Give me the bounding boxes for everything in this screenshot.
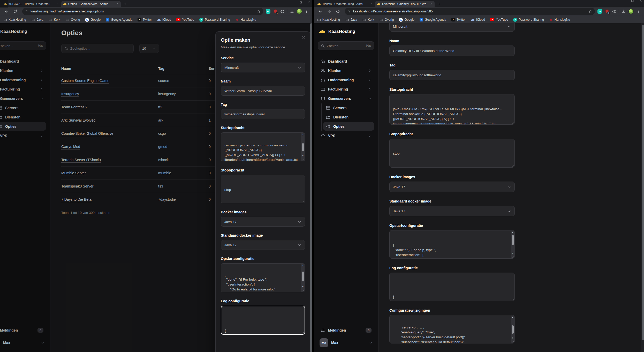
bookmark-folder-java[interactable]: Java [31,18,43,22]
naam-input[interactable]: Calamity RPG III : Wounds of the World [389,46,515,56]
textarea-scrollbar[interactable]: ▲▼ [301,133,305,161]
tab-close-icon[interactable] [56,2,59,6]
tag-input[interactable]: witherstormairshipsurvival [221,109,305,119]
new-tab-button[interactable] [436,1,442,6]
bookmark-folder-kaashosting[interactable]: KaasHosting [3,18,26,22]
browser-menu-icon[interactable] [305,9,309,13]
tab-opties-active[interactable]: Opties · Gameservers · Admin · [61,1,121,7]
maximize-button[interactable] [299,1,302,4]
opstartconfiguratie-textarea[interactable]: { "done": ")! For help, type ", "userInt… [389,230,515,259]
tab-close-icon[interactable] [429,2,433,6]
standaard-docker-select[interactable]: Java 17 [221,240,305,250]
stopopdracht-textarea[interactable]: stop [389,139,515,168]
tag-input[interactable]: calamityrpgiiiwoundsoftheworld [389,70,515,80]
browser-menu-icon[interactable] [636,9,640,13]
bookmark-folder-kerk[interactable]: Kerk [362,18,374,22]
resize-grip-icon[interactable] [511,164,514,167]
bookmark-hartslagnu[interactable]: HartslagNu [235,18,256,22]
textarea-scrollbar[interactable]: ▲▼ [511,316,514,343]
resize-grip-icon[interactable] [511,255,514,258]
docker-images-select[interactable]: Java 17 [389,182,515,192]
bookmark-folder-overig[interactable]: Overig [379,18,394,22]
maximize-button[interactable] [631,0,634,3]
bookmark-hartslagnu[interactable]: HartslagNu [549,18,570,22]
naam-input[interactable]: Wither Storm - Airship Survival [221,86,305,96]
bookmark-folder-kerk[interactable]: Kerk [48,18,60,22]
password-extension-icon[interactable] [597,9,602,14]
textarea-scrollbar[interactable]: ▲▼ [511,231,514,258]
bookmark-google-agenda[interactable]: 1Google Agenda [420,18,446,21]
resize-grip-icon[interactable] [511,121,514,124]
bookmark-folder-overig[interactable]: Overig [65,18,80,22]
extensions-puzzle-icon[interactable] [612,9,616,13]
close-window-button[interactable] [639,0,642,3]
log-configuratie-textarea-focused[interactable]: { "custom": false, "location": "logs/lat… [221,306,305,335]
url-text[interactable]: kaashosting.nl/admin/gameservers/setting… [353,10,586,13]
sidebar-item-facturering[interactable]: Facturering [318,85,374,93]
service-select[interactable]: Minecraft [221,63,305,72]
bookmark-password-sharing[interactable]: Password Sharing [199,18,230,22]
new-tab-button[interactable] [122,1,128,6]
sidebar-item-dashboard[interactable]: Dashboard [318,57,374,65]
site-settings-icon[interactable] [347,10,351,13]
resize-grip-icon[interactable] [301,331,304,334]
user-menu[interactable]: Ma Max [318,337,374,348]
modal-close-button[interactable] [301,35,306,40]
opstartconfiguratie-textarea[interactable]: { "done": ")! For help, type ", "userInt… [221,263,305,292]
sidebar-item-opties[interactable]: Opties [323,122,374,131]
resize-grip-icon[interactable] [511,297,514,300]
bookmark-icloud[interactable]: iCloud [157,18,171,22]
bookmark-google[interactable]: GGoogle [399,18,414,22]
profile-avatar[interactable] [297,9,302,14]
bookmark-twitter[interactable]: ✕Twitter [451,18,466,21]
sidebar-item-ondersteuning[interactable]: Ondersteuning [318,76,374,84]
password-extension-icon[interactable] [266,9,270,14]
address-bar[interactable]: kaashosting.nl/admin/gameservers/setting… [22,8,263,15]
back-button[interactable] [3,8,10,15]
resize-grip-icon[interactable] [301,289,304,291]
resize-grip-icon[interactable] [301,158,304,161]
service-select[interactable]: Minecraft [389,23,515,32]
resize-grip-icon[interactable] [511,340,514,343]
bookmark-star-icon[interactable] [257,9,261,13]
extensions-puzzle-icon[interactable] [280,9,284,13]
adblock-extension-icon[interactable]: 1 [605,9,609,14]
tab-close-icon[interactable] [115,2,119,6]
startopdracht-textarea[interactable]: java -Xms128M -Xmx{{SERVER_MEMORY}}M -Dt… [389,94,515,125]
bookmark-youtube[interactable]: YouTube [490,18,508,21]
bookmark-folder-java[interactable]: Java [345,18,357,22]
bookmark-folder-kaashosting[interactable]: KaasHosting [317,18,340,22]
forward-button[interactable] [0,0,8,8]
bookmark-google[interactable]: GGoogle [85,18,101,22]
address-bar[interactable]: kaashosting.nl/admin/gameservers/setting… [345,8,595,15]
reload-button[interactable] [11,8,19,15]
bookmark-youtube[interactable]: YouTube [176,18,194,21]
downloads-icon[interactable] [622,9,626,13]
bookmark-star-icon[interactable] [588,9,592,13]
page-scrollbar[interactable] [310,23,312,352]
bookmark-google-agenda[interactable]: 1Google Agenda [106,18,132,21]
downloads-icon[interactable] [290,9,294,13]
close-window-button[interactable] [307,1,311,4]
sidebar-item-gameservers[interactable]: Gameservers [318,94,374,103]
tab-tickets[interactable]: Tickets · Ondersteuning · Admi [315,1,375,7]
profile-avatar[interactable] [628,9,634,14]
bookmark-icloud[interactable]: iCloud [471,18,485,22]
adblock-extension-icon[interactable]: 1 [273,9,278,14]
textarea-scrollbar[interactable]: ▲▼ [301,264,305,292]
tab-overzicht-active[interactable]: Overzicht · Calamity RPG III : Wo [375,1,435,7]
sidebar-item-servers[interactable]: Servers [323,103,374,112]
notifications-item[interactable]: Meldingen 0 [318,326,374,334]
resize-grip-icon[interactable] [301,200,304,203]
stopopdracht-textarea[interactable]: stop [221,175,305,203]
bookmark-password-sharing[interactable]: Password Sharing [513,18,544,22]
url-text[interactable]: kaashosting.nl/admin/gameservers/setting… [31,10,255,13]
forward-button[interactable] [325,8,333,15]
sidebar-search[interactable]: Zoeken... ⌘K [318,41,374,50]
sidebar-item-klanten[interactable]: Klanten [318,66,374,75]
sidebar-item-diensten[interactable]: Diensten [323,113,374,121]
site-settings-icon[interactable] [25,10,28,13]
standaard-docker-select[interactable]: Java 17 [389,206,515,216]
back-button[interactable] [316,8,324,15]
page-scrollbar[interactable] [641,23,644,352]
